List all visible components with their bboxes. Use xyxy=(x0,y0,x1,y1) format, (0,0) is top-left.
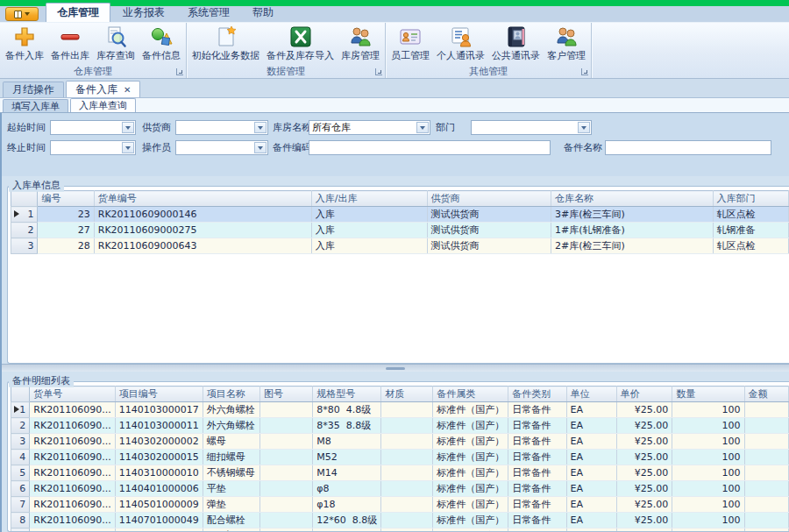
cell-item-name[interactable]: 平垫 xyxy=(203,481,259,497)
cell-amount[interactable] xyxy=(744,528,788,532)
row-selector[interactable]: 9 xyxy=(11,528,30,532)
cell-unit[interactable]: EA xyxy=(566,513,616,528)
table-row[interactable]: 9 RK201106090... 1141002000047 双头螺栓 20*7… xyxy=(11,528,789,532)
cell-order-no[interactable]: RK20110609000146 xyxy=(94,207,311,223)
cell-unit[interactable]: EA xyxy=(566,481,616,497)
cell-material[interactable] xyxy=(381,497,433,513)
cell-material[interactable] xyxy=(381,418,433,434)
table-row[interactable]: 8 RK201106090... 1140701000049 配合螺栓 12*6… xyxy=(11,513,789,528)
chevron-down-icon[interactable] xyxy=(578,122,590,133)
cell-part-class[interactable]: 标准件（国产） xyxy=(433,434,508,450)
cell-department[interactable]: 轧区点检 xyxy=(713,238,788,254)
cell-number[interactable]: 23 xyxy=(38,207,94,223)
cell-quantity[interactable]: 100 xyxy=(672,418,744,434)
cell-in-out[interactable]: 入库 xyxy=(311,223,427,238)
personal-contacts-button[interactable]: 个人通讯录 xyxy=(434,25,487,63)
cell-item-name[interactable]: 螺母 xyxy=(203,434,259,450)
cell-amount[interactable] xyxy=(744,402,788,418)
table-row[interactable]: 1 23 RK20110609000146 入库 测试供货商 3#库(检三车间)… xyxy=(11,207,789,223)
row-selector[interactable]: 4 xyxy=(11,450,30,465)
end-time-combo[interactable] xyxy=(50,140,136,155)
employee-manage-button[interactable]: 员工管理 xyxy=(388,25,432,63)
table-row[interactable]: 5 RK201106090... 1140310000010 不锈钢螺母 M14… xyxy=(11,465,789,481)
cell-spec[interactable]: M14 xyxy=(313,465,381,481)
cell-part-category[interactable]: 日常备件 xyxy=(508,513,566,528)
cell-warehouse[interactable]: 2#库(检三车间) xyxy=(551,238,713,254)
start-time-input[interactable] xyxy=(51,121,122,134)
parts-inbound-button[interactable]: 备件入库 xyxy=(3,25,46,63)
close-tab-icon[interactable]: ✕ xyxy=(124,85,131,95)
tab-fill-inbound-form[interactable]: 填写入库单 xyxy=(3,99,68,112)
column-header[interactable]: 图号 xyxy=(259,387,312,402)
cell-part-class[interactable]: 标准件（国产） xyxy=(433,481,508,497)
inbound-orders-table[interactable]: 编号 货单编号 入库/出库 供货商 仓库名称 入库部门 1 23 RK2 xyxy=(11,190,789,254)
cell-unit[interactable]: EA xyxy=(566,402,616,418)
cell-amount[interactable] xyxy=(744,465,788,481)
cell-unit-price[interactable]: ¥25.00 xyxy=(616,418,672,434)
cell-in-out[interactable]: 入库 xyxy=(311,238,427,254)
row-selector[interactable]: 3 xyxy=(11,434,30,450)
chevron-down-icon[interactable] xyxy=(122,122,134,133)
operator-combo[interactable] xyxy=(175,140,268,155)
cell-quantity[interactable]: 100 xyxy=(672,465,744,481)
part-name-field[interactable] xyxy=(605,140,771,155)
cell-item-code[interactable]: 1141002000047 xyxy=(115,528,203,532)
cell-unit-price[interactable]: ¥25.00 xyxy=(616,513,672,528)
cell-item-name[interactable]: 外六角螺栓 xyxy=(203,418,259,434)
cell-number[interactable]: 28 xyxy=(38,238,94,254)
stock-query-button[interactable]: 库存查询 xyxy=(94,25,138,63)
cell-supplier[interactable]: 测试供货商 xyxy=(427,238,551,254)
cell-item-name[interactable]: 配合螺栓 xyxy=(203,513,259,528)
cell-part-category[interactable]: 日常备件 xyxy=(508,465,566,481)
cell-item-code[interactable]: 1140103000017 xyxy=(115,402,203,418)
cell-item-code[interactable]: 1140302000015 xyxy=(115,450,203,465)
cell-order-no[interactable]: RK201106090... xyxy=(30,528,115,532)
cell-unit-price[interactable]: ¥25.00 xyxy=(616,497,672,513)
column-header[interactable]: 入库/出库 xyxy=(311,191,427,207)
cell-drawing-no[interactable] xyxy=(259,481,312,497)
operator-input[interactable] xyxy=(176,141,254,154)
row-selector[interactable]: 2 xyxy=(11,223,38,238)
cell-drawing-no[interactable] xyxy=(259,528,312,532)
table-row[interactable]: 2 27 RK20110609000275 入库 测试供货商 1#库(轧钢准备)… xyxy=(11,223,789,238)
cell-part-class[interactable]: 标准件（国产） xyxy=(433,513,508,528)
supplier-combo[interactable] xyxy=(175,120,268,135)
chevron-down-icon[interactable] xyxy=(122,142,134,153)
cell-unit-price[interactable]: ¥25.00 xyxy=(616,402,672,418)
dialog-launcher-icon[interactable] xyxy=(176,68,183,75)
cell-amount[interactable] xyxy=(744,434,788,450)
cell-order-no[interactable]: RK201106090... xyxy=(30,481,115,497)
customer-manage-button[interactable]: 客户管理 xyxy=(544,25,588,63)
column-header[interactable]: 材质 xyxy=(381,387,433,402)
row-selector[interactable]: 6 xyxy=(11,481,30,497)
cell-number[interactable]: 27 xyxy=(38,223,94,238)
cell-quantity[interactable]: 100 xyxy=(672,497,744,513)
cell-order-no[interactable]: RK201106090... xyxy=(30,497,115,513)
cell-spec[interactable]: 20*70 8.8级 xyxy=(313,528,381,532)
column-header[interactable]: 单位 xyxy=(566,387,616,402)
cell-part-class[interactable]: 标准件（国产） xyxy=(433,418,508,434)
table-row[interactable]: 2 RK201106090... 1140103000011 外六角螺栓 8*3… xyxy=(11,418,789,434)
ribbon-tab-help[interactable]: 帮助 xyxy=(242,4,284,22)
column-header[interactable]: 编号 xyxy=(38,191,94,207)
cell-drawing-no[interactable] xyxy=(259,402,312,418)
cell-drawing-no[interactable] xyxy=(259,465,312,481)
cell-item-code[interactable]: 1140103000011 xyxy=(115,418,203,434)
part-name-input[interactable] xyxy=(606,141,771,154)
cell-in-out[interactable]: 入库 xyxy=(311,207,427,223)
ribbon-tab-system[interactable]: 系统管理 xyxy=(177,4,240,22)
chevron-down-icon[interactable] xyxy=(254,142,267,153)
cell-item-code[interactable]: 1140701000049 xyxy=(115,513,203,528)
ribbon-tab-reports[interactable]: 业务报表 xyxy=(112,4,175,22)
chevron-down-icon[interactable] xyxy=(254,122,267,133)
cell-drawing-no[interactable] xyxy=(259,513,312,528)
cell-material[interactable] xyxy=(381,481,433,497)
cell-quantity[interactable]: 100 xyxy=(672,402,744,418)
cell-order-no[interactable]: RK20110609000643 xyxy=(94,238,311,254)
table-row[interactable]: 7 RK201106090... 1140501000009 弹垫 φ18 标准… xyxy=(11,497,789,513)
cell-item-name[interactable]: 不锈钢螺母 xyxy=(203,465,259,481)
cell-quantity[interactable]: 100 xyxy=(672,528,744,532)
column-header[interactable]: 货单号 xyxy=(30,387,115,402)
row-selector[interactable]: 7 xyxy=(11,497,30,513)
chevron-down-icon[interactable] xyxy=(416,122,429,133)
